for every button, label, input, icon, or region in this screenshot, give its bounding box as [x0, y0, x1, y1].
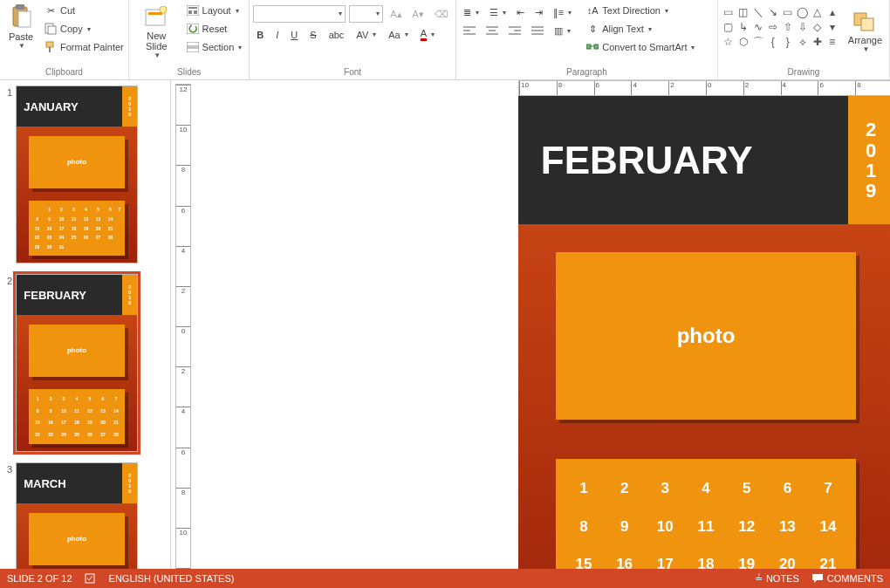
bold-button[interactable]: B — [253, 28, 267, 42]
shape-darrow-icon: ⇩ — [796, 20, 810, 34]
align-text-button[interactable]: ⇕ Align Text▾ — [582, 20, 698, 38]
shapes-gallery[interactable]: ▭ ◫ ＼ ↘ ▭ ◯ △ ▴ ▢ ↳ ∿ ⇨ ⇧ ⇩ ◇ ▾ ☆ ⬡ ⌒ { — [722, 5, 839, 49]
paste-icon — [7, 3, 35, 31]
shape-more-up-icon: ▴ — [825, 5, 839, 19]
group-label-drawing: Drawing — [722, 65, 886, 79]
new-slide-icon — [142, 3, 170, 31]
char-spacing-icon: AV — [356, 30, 368, 40]
change-case-button[interactable]: Aa▾ — [385, 28, 411, 42]
svg-rect-18 — [594, 44, 599, 49]
paste-button[interactable]: Paste ▼ — [3, 2, 38, 51]
arrange-button[interactable]: Arrange ▼ — [845, 5, 886, 55]
spellcheck-button[interactable] — [85, 572, 97, 585]
shape-star-icon: ☆ — [722, 35, 736, 49]
thumbnail-slide[interactable]: 1JANUARY2019photo12345678910111213141516… — [0, 80, 170, 269]
shape-brace-r-icon: } — [781, 35, 795, 49]
notes-button[interactable]: ≟ NOTES — [755, 573, 799, 585]
new-slide-label: New Slide — [136, 31, 177, 51]
convert-smartart-button[interactable]: Convert to SmartArt▾ — [582, 38, 698, 56]
columns-button[interactable]: ▥▾ — [551, 24, 574, 38]
slide-counter[interactable]: SLIDE 2 OF 12 — [7, 573, 72, 584]
copy-button[interactable]: Copy ▾ — [40, 20, 127, 38]
section-button[interactable]: Section▾ — [182, 38, 246, 56]
font-family-combo[interactable]: ▾ — [253, 5, 346, 23]
italic-button[interactable]: I — [272, 28, 282, 42]
thumbnail-preview[interactable]: JANUARY2019photo123456789101112131415161… — [16, 85, 138, 263]
thumbnail-number: 3 — [2, 462, 12, 569]
thumbnail-number: 2 — [2, 274, 12, 452]
underline-button[interactable]: U — [287, 28, 301, 42]
align-center-button[interactable] — [483, 24, 502, 38]
shape-arc-icon: ⌒ — [751, 35, 765, 49]
layout-icon — [186, 3, 200, 17]
shrink-font-button[interactable]: A▾ — [409, 7, 428, 22]
cut-button[interactable]: ✂ Cut — [40, 2, 127, 19]
svg-rect-1 — [16, 4, 24, 10]
strike-button[interactable]: S — [306, 28, 319, 42]
numbering-button[interactable]: ☰▾ — [486, 5, 510, 20]
slide-photo-placeholder[interactable]: photo — [556, 252, 856, 420]
chevron-down-icon: ▼ — [154, 51, 161, 59]
shape-textbox-icon: ▭ — [722, 5, 736, 19]
slide-canvas[interactable]: 1086420246810 FEBRUARY 2019 photo 123456… — [195, 80, 890, 569]
clear-format-button[interactable]: ⌫ — [431, 7, 452, 22]
decrease-indent-button[interactable]: ⇤ — [513, 5, 528, 20]
paste-label: Paste — [9, 31, 33, 42]
slide-month-title[interactable]: FEBRUARY 2019 — [518, 96, 890, 224]
svg-rect-21 — [861, 18, 873, 31]
svg-rect-6 — [49, 47, 51, 52]
font-size-combo[interactable]: ▾ — [349, 5, 383, 23]
text-direction-icon: ↕A — [585, 3, 599, 17]
shape-rect-icon: ▭ — [781, 5, 795, 19]
svg-rect-4 — [48, 26, 56, 34]
workspace: 1JANUARY2019photo12345678910111213141516… — [0, 80, 890, 569]
ribbon: Paste ▼ ✂ Cut Copy ▾ — [0, 0, 890, 80]
chevron-down-icon: ▾ — [238, 44, 242, 51]
svg-rect-13 — [194, 10, 197, 14]
thumbnail-slide[interactable]: 2FEBRUARY2019photo1234567891011121314151… — [0, 269, 170, 457]
shape-gallery-expand-icon: ≡ — [825, 35, 839, 49]
char-spacing-button[interactable]: AV▾ — [353, 28, 380, 42]
shape-brace-l-icon: { — [766, 35, 780, 49]
shape-diamond-icon: ◇ — [811, 20, 825, 34]
language-indicator[interactable]: ENGLISH (UNITED STATES) — [109, 573, 235, 584]
shape-curve-icon: ∿ — [751, 20, 765, 34]
increase-indent-button[interactable]: ⇥ — [531, 5, 546, 20]
slide-calendar-grid[interactable]: 1234567891011121314151617181920212223242… — [556, 459, 856, 569]
align-left-button[interactable] — [460, 24, 479, 38]
text-shadow-button[interactable]: abc — [325, 28, 348, 42]
font-color-button[interactable]: A▾ — [417, 26, 438, 43]
status-bar: SLIDE 2 OF 12 ENGLISH (UNITED STATES) ≟ … — [0, 569, 890, 588]
ribbon-group-clipboard: Paste ▼ ✂ Cut Copy ▾ — [0, 0, 129, 79]
format-painter-button[interactable]: Format Painter — [40, 38, 127, 56]
slide-year-badge[interactable]: 2019 — [848, 96, 890, 224]
new-slide-button[interactable]: New Slide ▼ — [133, 2, 181, 61]
shape-line-icon: ＼ — [751, 5, 765, 19]
thumbnail-preview[interactable]: FEBRUARY2019photo12345678910111213141516… — [16, 274, 138, 452]
main-slide[interactable]: FEBRUARY 2019 photo 12345678910111213141… — [518, 96, 890, 569]
slide-thumbnails-panel[interactable]: 1JANUARY2019photo12345678910111213141516… — [0, 80, 171, 569]
scissors-icon: ✂ — [44, 3, 58, 17]
reset-button[interactable]: Reset — [182, 20, 246, 38]
line-spacing-button[interactable]: ‖≡▾ — [550, 5, 575, 20]
grow-font-button[interactable]: A▴ — [387, 7, 405, 22]
notes-icon: ≟ — [755, 573, 763, 585]
layout-button[interactable]: Layout▾ — [182, 2, 246, 19]
thumbnail-preview[interactable]: MARCH2019photo — [16, 462, 138, 569]
shape-roundrect-icon: ▢ — [722, 20, 736, 34]
ribbon-group-font: ▾ ▾ A▴ A▾ ⌫ B I U S abc AV▾ Aa▾ A▾ Font — [250, 0, 456, 79]
svg-rect-2 — [18, 11, 31, 27]
comments-button[interactable]: COMMENTS — [811, 573, 883, 584]
shape-lconn-icon: ↳ — [736, 20, 750, 34]
text-direction-button[interactable]: ↕A Text Direction▾ — [582, 2, 698, 19]
align-right-button[interactable] — [505, 24, 524, 38]
shape-rarrow-icon: ⇨ — [766, 20, 780, 34]
group-label-slides: Slides — [133, 65, 245, 79]
chevron-down-icon: ▼ — [18, 42, 25, 50]
justify-button[interactable] — [528, 24, 547, 38]
align-text-icon: ⇕ — [585, 22, 599, 36]
thumbnail-slide[interactable]: 3MARCH2019photo — [0, 457, 170, 569]
chevron-down-icon: ▾ — [87, 25, 91, 33]
bullets-button[interactable]: ≣▾ — [460, 5, 483, 20]
ribbon-group-paragraph: ≣▾ ☰▾ ⇤ ⇥ ‖≡▾ ▥▾ ↕A Text Direction▾ — [456, 0, 718, 79]
